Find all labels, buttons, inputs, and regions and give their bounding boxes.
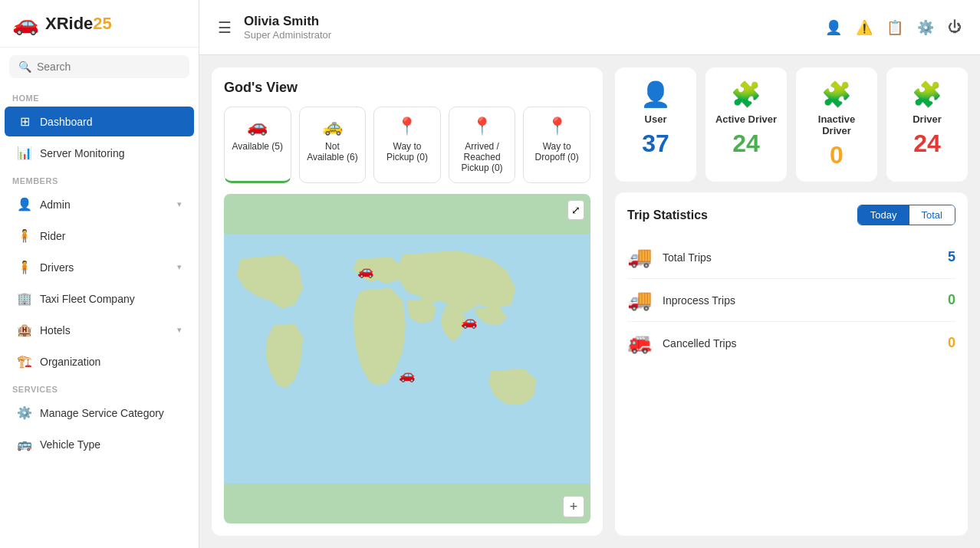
sidebar-item-label: Manage Service Category xyxy=(40,407,164,419)
status-card-way-to-pickup[interactable]: 📍 Way to Pickup (0) xyxy=(373,107,441,183)
inactive-driver-stat-label: Inactive Driver xyxy=(805,113,868,136)
total-trips-count: 5 xyxy=(948,249,955,265)
content-area: God's View 🚗 Available (5) 🚕 Not Availab… xyxy=(199,55,980,548)
status-card-way-dropoff[interactable]: 📍 Way to Dropoff (0) xyxy=(523,107,590,183)
sidebar-item-admin[interactable]: 👤 Admin ▾ xyxy=(5,189,194,219)
arrived-pickup-label: Arrived / Reached Pickup (0) xyxy=(455,141,509,173)
user-role: Super Administrator xyxy=(244,29,331,41)
map-zoom-in-button[interactable]: + xyxy=(563,496,584,517)
driver-stat-icon: 🧩 xyxy=(912,80,942,109)
drivers-icon: 🧍 xyxy=(17,260,32,274)
tab-today[interactable]: Today xyxy=(858,205,909,225)
inprocess-trips-label: Inprocess Trips xyxy=(663,294,937,307)
trip-item-cancelled: 🚒 Cancelled Trips 0 xyxy=(627,322,955,364)
total-trips-icon: 🚚 xyxy=(627,245,652,269)
stat-card-user[interactable]: 👤 User 37 xyxy=(615,67,696,182)
sidebar-item-label: Dashboard xyxy=(40,116,93,128)
search-box[interactable]: 🔍 xyxy=(9,55,189,78)
sidebar-item-label: Admin xyxy=(40,199,71,211)
search-input[interactable] xyxy=(37,61,180,73)
hotels-icon: 🏨 xyxy=(17,323,32,337)
admin-icon: 👤 xyxy=(17,197,32,212)
svg-text:🚗: 🚗 xyxy=(461,313,478,330)
main-content: ☰ Olivia Smith Super Administrator 👤 ⚠️ … xyxy=(199,0,980,548)
power-icon[interactable]: ⏻ xyxy=(948,19,962,35)
logo-icon: 🚗 xyxy=(12,11,39,36)
trip-stats-panel: Trip Statistics Today Total 🚚 Total Trip… xyxy=(615,192,968,536)
logo-text: XRide25 xyxy=(45,14,112,34)
status-card-not-available[interactable]: 🚕 Not Available (6) xyxy=(299,107,367,183)
stat-card-driver[interactable]: 🧩 Driver 24 xyxy=(886,67,968,182)
dashboard-icon: ⊞ xyxy=(17,114,32,129)
nav-section-services: SERVICES xyxy=(0,377,199,397)
notes-icon[interactable]: 📋 xyxy=(886,19,903,36)
hamburger-icon[interactable]: ☰ xyxy=(218,18,232,37)
status-card-arrived-pickup[interactable]: 📍 Arrived / Reached Pickup (0) xyxy=(449,107,516,183)
trip-stats-title: Trip Statistics xyxy=(627,208,708,222)
user-icon[interactable]: 👤 xyxy=(825,19,842,36)
nav-section-home: HOME xyxy=(0,86,199,106)
sidebar-item-service-category[interactable]: ⚙️ Manage Service Category xyxy=(5,398,194,428)
user-name: Olivia Smith xyxy=(244,14,331,29)
sidebar-item-drivers[interactable]: 🧍 Drivers ▾ xyxy=(5,252,194,282)
sidebar-item-label: Server Monitoring xyxy=(40,147,125,159)
sidebar-item-label: Hotels xyxy=(40,324,71,336)
inprocess-trips-count: 0 xyxy=(948,292,955,308)
gods-view-panel: God's View 🚗 Available (5) 🚕 Not Availab… xyxy=(212,67,603,536)
cancelled-trips-icon: 🚒 xyxy=(627,331,652,355)
tab-total[interactable]: Total xyxy=(909,205,955,225)
driver-stat-label: Driver xyxy=(913,113,942,125)
svg-text:🚗: 🚗 xyxy=(399,366,416,383)
alert-icon[interactable]: ⚠️ xyxy=(856,19,873,36)
stat-cards-row: 👤 User 37 🧩 Active Driver 24 🧩 Inactive … xyxy=(615,67,968,182)
way-dropoff-icon: 📍 xyxy=(530,116,584,136)
available-label: Available (5) xyxy=(231,141,284,152)
stat-card-active-driver[interactable]: 🧩 Active Driver 24 xyxy=(705,67,787,182)
way-dropoff-label: Way to Dropoff (0) xyxy=(530,141,584,162)
map-fullscreen-button[interactable]: ⤢ xyxy=(567,200,584,220)
trip-stats-header: Trip Statistics Today Total xyxy=(627,205,955,225)
sidebar-item-server-monitoring[interactable]: 📊 Server Monitoring xyxy=(5,138,194,168)
map-container[interactable]: 🚗 🚗 🚗 ⤢ + xyxy=(224,194,590,523)
sidebar-item-vehicle-type[interactable]: 🚌 Vehicle Type xyxy=(5,429,194,459)
cancelled-trips-count: 0 xyxy=(948,335,955,351)
nav-section-members: MEMBERS xyxy=(0,169,199,189)
inactive-driver-stat-value: 0 xyxy=(830,141,844,169)
vehicle-type-icon: 🚌 xyxy=(17,437,32,451)
trip-item-inprocess: 🚚 Inprocess Trips 0 xyxy=(627,279,955,322)
total-trips-label: Total Trips xyxy=(663,251,937,264)
not-available-label: Not Available (6) xyxy=(306,141,360,162)
organization-icon: 🏗️ xyxy=(17,354,32,369)
sidebar-item-label: Organization xyxy=(40,356,100,368)
sidebar-item-taxi-fleet[interactable]: 🏢 Taxi Fleet Company xyxy=(5,284,194,313)
way-pickup-icon: 📍 xyxy=(380,116,434,136)
status-card-available[interactable]: 🚗 Available (5) xyxy=(224,107,291,183)
topbar-icons: 👤 ⚠️ 📋 ⚙️ ⏻ xyxy=(825,19,962,36)
trip-item-total: 🚚 Total Trips 5 xyxy=(627,236,955,279)
chevron-down-icon: ▾ xyxy=(177,325,182,335)
arrived-pickup-icon: 📍 xyxy=(455,116,509,136)
sidebar-item-rider[interactable]: 🧍 Rider xyxy=(5,221,194,251)
user-stat-label: User xyxy=(645,113,667,125)
trip-stats-tabs: Today Total xyxy=(857,205,955,225)
active-driver-stat-label: Active Driver xyxy=(715,113,777,125)
chevron-down-icon: ▾ xyxy=(177,199,182,209)
sidebar-item-organization[interactable]: 🏗️ Organization xyxy=(5,346,194,376)
sidebar-item-label: Vehicle Type xyxy=(40,438,100,451)
active-driver-stat-value: 24 xyxy=(732,130,760,158)
gods-view-title: God's View xyxy=(224,80,590,96)
topbar-user: Olivia Smith Super Administrator xyxy=(244,14,331,41)
not-available-car-icon: 🚕 xyxy=(306,116,360,136)
sidebar-item-label: Rider xyxy=(40,230,65,242)
sidebar-item-label: Taxi Fleet Company xyxy=(40,293,135,305)
sidebar-item-hotels[interactable]: 🏨 Hotels ▾ xyxy=(5,315,194,345)
logo: 🚗 XRide25 xyxy=(0,0,199,48)
sidebar-item-dashboard[interactable]: ⊞ Dashboard xyxy=(5,107,194,136)
settings-icon[interactable]: ⚙️ xyxy=(917,19,934,36)
user-stat-icon: 👤 xyxy=(640,80,671,109)
way-pickup-label: Way to Pickup (0) xyxy=(380,141,434,162)
stats-panel: 👤 User 37 🧩 Active Driver 24 🧩 Inactive … xyxy=(615,67,968,536)
svg-text:🚗: 🚗 xyxy=(357,262,374,279)
driver-stat-value: 24 xyxy=(913,130,941,158)
stat-card-inactive-driver[interactable]: 🧩 Inactive Driver 0 xyxy=(796,67,877,182)
